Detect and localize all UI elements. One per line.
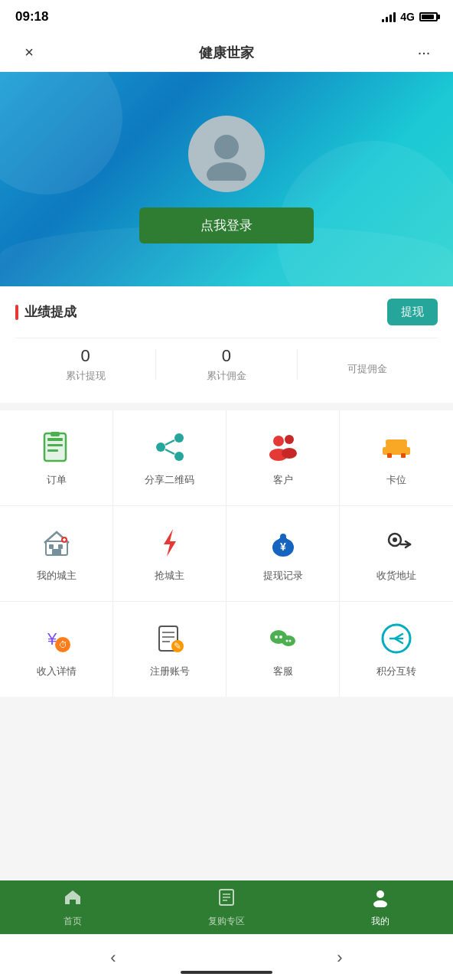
- svg-marker-30: [164, 529, 176, 557]
- tab-profile-label: 我的: [371, 915, 389, 928]
- perf-title: 业绩提成: [24, 303, 77, 321]
- grabcity-icon: [152, 524, 188, 561]
- forward-button[interactable]: ›: [306, 940, 373, 975]
- performance-section: 业绩提成 提现 0 累计提现 0 累计佣金 可提佣金: [0, 286, 453, 403]
- grid-item-seat[interactable]: 卡位: [340, 410, 453, 505]
- grabcity-label: 抢城主: [155, 569, 184, 583]
- grid-item-mycity[interactable]: 我的城主: [0, 506, 113, 601]
- svg-point-1: [207, 162, 246, 181]
- svg-point-8: [174, 433, 184, 443]
- stat-commission-value: 0: [156, 346, 296, 366]
- points-icon: [378, 620, 415, 657]
- withdrawlog-label: 提现记录: [263, 569, 303, 583]
- back-button[interactable]: ‹: [80, 940, 146, 975]
- svg-text:⏱: ⏱: [58, 640, 67, 649]
- content-area: 业绩提成 提现 0 累计提现 0 累计佣金 可提佣金: [0, 286, 453, 804]
- svg-point-9: [156, 443, 165, 452]
- order-icon: [38, 429, 75, 466]
- avatar: [188, 116, 265, 192]
- stat-cumulative-commission: 0 累计佣金: [156, 346, 296, 383]
- share-icon: [152, 429, 188, 466]
- login-button[interactable]: 点我登录: [139, 207, 314, 243]
- svg-point-59: [376, 890, 384, 898]
- network-type: 4G: [400, 11, 415, 23]
- status-icons: 4G: [382, 11, 438, 23]
- repurchase-icon: [217, 887, 236, 912]
- tab-home[interactable]: 首页: [47, 881, 98, 934]
- stat-cumulative-withdraw: 0 累计提现: [15, 346, 155, 383]
- svg-point-49: [275, 635, 278, 639]
- grid-item-order[interactable]: 订单: [0, 410, 113, 505]
- svg-rect-5: [47, 444, 63, 446]
- stat-withdraw-label: 累计提现: [15, 369, 155, 383]
- svg-point-32: [280, 534, 286, 540]
- grid-item-register[interactable]: ✎ 注册账号: [113, 602, 226, 697]
- stat-withdraw-value: 0: [15, 346, 155, 366]
- seat-icon: [378, 429, 415, 466]
- order-label: 订单: [47, 473, 67, 487]
- perf-title-wrap: 业绩提成: [15, 303, 77, 321]
- svg-point-53: [288, 640, 291, 642]
- svg-rect-20: [387, 453, 392, 458]
- svg-point-13: [273, 436, 284, 446]
- nav-bar: × 健康世家 ···: [0, 34, 453, 72]
- grid-item-share[interactable]: 分享二维码: [113, 410, 226, 505]
- svg-point-51: [282, 635, 295, 646]
- tab-repurchase[interactable]: 复购专区: [193, 881, 260, 934]
- close-button[interactable]: ×: [15, 39, 43, 67]
- svg-rect-22: [386, 439, 407, 446]
- perf-indicator: [15, 305, 18, 320]
- svg-point-35: [393, 537, 397, 542]
- home-icon: [63, 887, 83, 912]
- stat-available-label: 可提佣金: [298, 362, 438, 376]
- withdrawlog-icon: ¥: [265, 524, 301, 561]
- register-icon: ✎: [152, 620, 188, 657]
- grid-item-address[interactable]: 收货地址: [340, 506, 453, 601]
- grid-item-points[interactable]: 积分互转: [340, 602, 453, 697]
- grid-item-customer[interactable]: 客户: [226, 410, 340, 505]
- more-button[interactable]: ···: [410, 39, 438, 67]
- grid-item-withdrawlog[interactable]: ¥ 提现记录: [226, 506, 340, 601]
- svg-rect-21: [401, 453, 406, 458]
- mycity-icon: [38, 524, 75, 561]
- address-label: 收货地址: [376, 569, 416, 583]
- svg-rect-24: [49, 544, 54, 549]
- svg-point-10: [174, 452, 184, 461]
- grid-item-income[interactable]: ¥ ⏱ 收入详情: [0, 602, 113, 697]
- svg-rect-7: [51, 432, 60, 436]
- home-indicator: [181, 971, 272, 974]
- hero-banner: 点我登录: [0, 72, 453, 286]
- grid-item-service[interactable]: 客服: [226, 602, 340, 697]
- svg-rect-25: [58, 544, 63, 549]
- svg-point-16: [282, 448, 297, 459]
- status-bar: 09:18 4G: [0, 0, 453, 34]
- svg-rect-17: [386, 444, 407, 455]
- service-icon: [265, 620, 301, 657]
- svg-rect-4: [47, 438, 63, 441]
- grid-row-3: ¥ ⏱ 收入详情 ✎: [0, 602, 453, 697]
- grid-menu: 订单 分享二维码: [0, 410, 453, 697]
- tab-profile[interactable]: 我的: [355, 881, 406, 934]
- svg-rect-26: [52, 549, 61, 555]
- mycity-label: 我的城主: [37, 569, 77, 583]
- svg-text:✎: ✎: [174, 641, 181, 652]
- status-time: 09:18: [15, 9, 48, 24]
- share-label: 分享二维码: [145, 473, 194, 487]
- svg-line-11: [165, 440, 174, 445]
- customer-icon: [265, 429, 301, 466]
- tab-repurchase-label: 复购专区: [208, 915, 245, 928]
- svg-point-15: [285, 435, 294, 444]
- grid-item-grabcity[interactable]: 抢城主: [113, 506, 226, 601]
- stat-available-commission: 可提佣金: [298, 353, 438, 376]
- svg-text:¥: ¥: [280, 541, 286, 553]
- signal-icon: [382, 11, 396, 22]
- profile-icon: [370, 887, 390, 912]
- address-icon: [378, 524, 415, 561]
- withdraw-button[interactable]: 提现: [387, 299, 438, 325]
- income-icon: ¥ ⏱: [38, 620, 75, 657]
- nav-title: 健康世家: [199, 44, 254, 62]
- tab-bar: 首页 复购专区 我的: [0, 880, 453, 934]
- svg-point-50: [279, 635, 282, 639]
- stat-commission-label: 累计佣金: [156, 369, 296, 383]
- svg-point-52: [285, 640, 288, 642]
